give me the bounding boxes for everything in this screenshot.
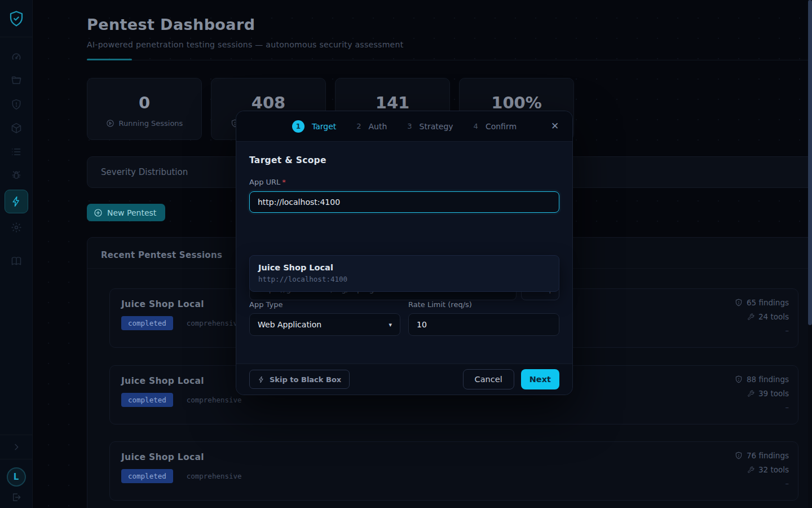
logout-icon [11, 492, 21, 502]
session-title: Juice Shop Local [121, 299, 242, 309]
session-mode: comprehensive [187, 319, 242, 327]
step-number: 4 [474, 122, 478, 130]
shield-check-icon [8, 10, 25, 27]
stat-value: 141 [336, 93, 449, 112]
step-confirm[interactable]: 4 Confirm [474, 122, 517, 131]
suggestion-title: Juice Shop Local [258, 263, 550, 272]
lightning-icon [258, 376, 265, 383]
step-label: Target [312, 122, 336, 131]
list-icon [11, 146, 22, 157]
sidebar: L [0, 0, 33, 508]
session-status-badge: completed [121, 393, 173, 407]
stat-label: Running Sessions [119, 119, 183, 128]
new-pentest-button[interactable]: New Pentest [87, 204, 165, 221]
sidebar-item-settings[interactable] [5, 218, 28, 237]
app-url-label: App URL* [249, 178, 559, 186]
skip-black-box-button[interactable]: Skip to Black Box [249, 370, 350, 389]
session-tools: 39 tools [758, 389, 789, 398]
suggestion-url: http://localhost:4100 [258, 275, 550, 283]
shield-alert-icon [735, 375, 743, 383]
gear-icon [11, 222, 22, 233]
page-subtitle: AI-powered penetration testing sessions … [87, 40, 812, 49]
session-mode: comprehensive [187, 472, 242, 480]
step-number: 1 [292, 120, 304, 133]
app-url-input[interactable] [249, 191, 559, 213]
session-tools: 24 tools [758, 312, 789, 321]
new-pentest-modal: 1 Target 2 Auth 3 Strategy 4 Confirm ✕ T… [236, 111, 573, 395]
stat-card-running: 0 Running Sessions [87, 78, 202, 140]
stat-value: 408 [211, 93, 325, 112]
header-accent [87, 59, 132, 60]
url-suggestion-item[interactable]: Juice Shop Local http://localhost:4100 [249, 255, 559, 292]
scrollbar-track[interactable] [808, 0, 812, 508]
avatar[interactable]: L [7, 467, 26, 487]
session-card[interactable]: Juice Shop Local completed comprehensive… [109, 441, 798, 501]
sidebar-item-bugs[interactable] [5, 166, 28, 185]
session-tools: 32 tools [758, 465, 789, 474]
skip-label: Skip to Black Box [270, 375, 341, 384]
step-label: Strategy [420, 122, 453, 131]
lightning-icon [11, 196, 22, 207]
folder-icon [11, 75, 22, 86]
session-status-badge: completed [121, 469, 173, 483]
close-icon[interactable]: ✕ [549, 120, 561, 133]
step-number: 2 [356, 122, 361, 130]
shield-alert-icon [735, 299, 743, 306]
page-title: Pentest Dashboard [87, 16, 812, 33]
step-target[interactable]: 1 Target [292, 120, 336, 133]
session-status-badge: completed [121, 316, 173, 330]
sidebar-item-dashboard[interactable] [5, 47, 28, 67]
chevron-down-icon: ▾ [389, 321, 392, 329]
shield-alert-icon [735, 452, 743, 459]
sidebar-item-packages[interactable] [5, 119, 28, 138]
box-icon [11, 122, 22, 134]
session-mode: comprehensive [187, 396, 242, 404]
session-findings: 88 findings [747, 375, 789, 384]
app-type-value: Web Application [258, 320, 321, 329]
session-title: Juice Shop Local [121, 452, 242, 462]
session-extra: – [785, 403, 789, 411]
step-label: Confirm [486, 122, 517, 131]
next-button[interactable]: Next [521, 369, 559, 389]
step-label: Auth [369, 122, 387, 131]
sidebar-item-docs[interactable] [5, 252, 28, 271]
session-extra: – [785, 479, 789, 488]
modal-section-title: Target & Scope [249, 155, 559, 165]
new-pentest-label: New Pentest [107, 208, 156, 217]
sidebar-item-pentests[interactable] [5, 190, 28, 213]
wrench-icon [747, 466, 754, 474]
rate-limit-input[interactable] [408, 313, 559, 336]
sidebar-item-projects[interactable] [5, 71, 28, 90]
step-strategy[interactable]: 3 Strategy [407, 122, 453, 131]
modal-stepper: 1 Target 2 Auth 3 Strategy 4 Confirm ✕ [236, 111, 572, 142]
pentest-app: L Pentest Dashboard AI-powered penetrati… [0, 0, 812, 508]
stat-value: 0 [87, 93, 201, 112]
required-asterisk: * [282, 178, 286, 186]
sidebar-item-vulnerabilities[interactable] [5, 95, 28, 114]
scrollbar-thumb[interactable] [808, 0, 812, 325]
shield-alert-icon [11, 99, 22, 110]
plus-circle-icon [94, 208, 103, 217]
app-type-label: App Type [249, 300, 400, 309]
bug-icon [11, 170, 22, 181]
session-extra: – [785, 326, 789, 335]
sidebar-item-logs[interactable] [5, 142, 28, 161]
logout-button[interactable] [11, 492, 21, 507]
header-divider [87, 60, 812, 60]
session-findings: 76 findings [747, 451, 789, 460]
chevron-right-icon [12, 443, 21, 452]
app-type-select[interactable]: Web Application ▾ [249, 313, 400, 336]
step-number: 3 [407, 122, 412, 130]
step-auth[interactable]: 2 Auth [356, 122, 387, 131]
sidebar-collapse-button[interactable] [0, 435, 32, 459]
cancel-button[interactable]: Cancel [463, 369, 514, 389]
book-icon [11, 256, 22, 267]
rate-limit-label: Rate Limit (req/s) [408, 300, 559, 309]
app-logo[interactable] [0, 0, 33, 37]
wrench-icon [747, 313, 754, 321]
gauge-icon [11, 51, 22, 63]
stat-value: 100% [460, 93, 573, 112]
session-findings: 65 findings [747, 298, 789, 307]
play-circle-icon [106, 119, 114, 128]
severity-title: Severity Distribution [101, 167, 188, 177]
